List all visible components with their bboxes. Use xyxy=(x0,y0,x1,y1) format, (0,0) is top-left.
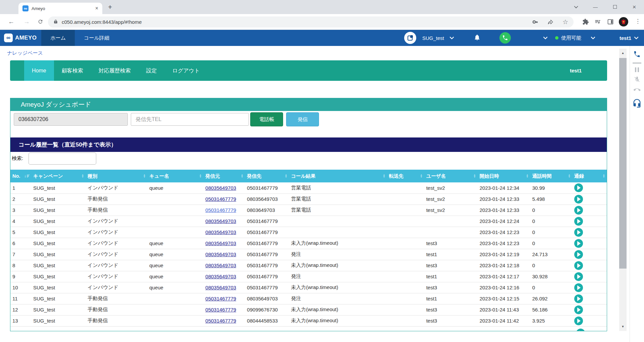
play-recording-button[interactable] xyxy=(574,294,583,303)
play-recording-button[interactable] xyxy=(574,228,583,237)
mute-microphone-icon[interactable] xyxy=(634,76,640,82)
sort-icon[interactable]: ↓ xyxy=(24,174,30,178)
appnav-item-home[interactable]: Home xyxy=(24,60,54,81)
tab-search-chevron-icon[interactable] xyxy=(566,4,586,10)
appnav-item-ログアウト[interactable]: ログアウト xyxy=(165,60,208,81)
extensions-puzzle-icon[interactable] xyxy=(582,18,589,26)
bookmark-star-icon[interactable]: ☆ xyxy=(562,18,568,26)
play-recording-button[interactable] xyxy=(576,329,585,331)
window-minimize-button[interactable]: — xyxy=(586,4,605,10)
source-number-link[interactable]: 08035649703 xyxy=(205,251,236,257)
back-button[interactable]: ← xyxy=(8,18,14,25)
scrollbar-up-arrow-icon[interactable]: ▲ xyxy=(619,49,627,57)
column-header[interactable]: 通録▲▼ xyxy=(572,170,607,182)
window-maximize-button[interactable] xyxy=(605,4,625,10)
browser-tab[interactable]: ∞ Ameyo × xyxy=(18,3,102,14)
topnav-item[interactable]: コール詳細 xyxy=(75,30,118,46)
screen-share-icon[interactable] xyxy=(404,32,416,44)
column-header[interactable]: キュー名▲▼ xyxy=(147,170,203,182)
play-recording-button[interactable] xyxy=(574,250,583,259)
source-number-link[interactable]: 08035649703 xyxy=(205,285,236,290)
source-number-link[interactable]: 08035649703 xyxy=(205,185,236,191)
scrollbar-down-arrow-icon[interactable]: ▼ xyxy=(619,323,627,330)
play-recording-button[interactable] xyxy=(574,305,583,314)
column-header[interactable]: 開始日時▲▼ xyxy=(478,170,530,182)
topnav-item[interactable]: ホーム xyxy=(41,30,75,46)
side-panel-icon[interactable] xyxy=(607,18,614,26)
destination-tel-field[interactable] xyxy=(131,113,249,126)
source-number-link[interactable]: 08035649703 xyxy=(205,263,236,268)
source-number-link[interactable]: 05031467779 xyxy=(205,296,236,301)
sort-icon[interactable]: ▲▼ xyxy=(383,174,385,178)
status-chevron-icon[interactable] xyxy=(591,37,595,40)
sort-icon[interactable]: ▲▼ xyxy=(526,174,528,178)
appnav-item-顧客検索[interactable]: 顧客検索 xyxy=(54,60,91,81)
address-bar[interactable]: c050.ameyoj.com:8443/app/#!home ☆ xyxy=(48,16,574,27)
appnav-item-設定[interactable]: 設定 xyxy=(139,60,165,81)
sort-icon[interactable]: ▲▼ xyxy=(568,174,570,178)
play-recording-button[interactable] xyxy=(574,217,583,226)
dial-button[interactable]: 発信 xyxy=(286,112,319,126)
sort-icon[interactable]: ▲▼ xyxy=(420,174,422,178)
source-number-link[interactable]: 08035649703 xyxy=(205,240,236,246)
play-recording-button[interactable] xyxy=(574,206,583,215)
playlist-extension-icon[interactable] xyxy=(594,18,601,26)
lock-icon[interactable] xyxy=(53,19,58,25)
play-recording-button[interactable] xyxy=(574,239,583,248)
sort-icon[interactable]: ▲▼ xyxy=(143,174,146,178)
source-number-link[interactable]: 05031467779 xyxy=(205,318,236,324)
hangup-phone-icon[interactable] xyxy=(632,85,642,95)
pause-call-icon[interactable] xyxy=(635,67,639,72)
source-number-link[interactable]: 05031467779 xyxy=(205,307,236,312)
scrollbar-thumb[interactable] xyxy=(619,58,627,269)
play-recording-button[interactable] xyxy=(574,272,583,281)
column-header[interactable]: 種別▲▼ xyxy=(86,170,147,182)
password-key-icon[interactable] xyxy=(532,19,539,25)
browser-menu-icon[interactable]: ⋮ xyxy=(635,18,641,25)
headset-icon[interactable] xyxy=(632,99,642,108)
source-number-link[interactable]: 05031467779 xyxy=(205,196,236,202)
play-recording-button[interactable] xyxy=(574,183,583,192)
source-number-link[interactable]: 08035649703 xyxy=(205,274,236,279)
call-phone-icon[interactable] xyxy=(499,32,511,44)
source-number-link[interactable]: 08035649703 xyxy=(205,218,236,224)
column-header[interactable]: 発信元▲▼ xyxy=(203,170,245,182)
own-number-field[interactable] xyxy=(14,113,128,126)
column-header[interactable]: No.↓ xyxy=(10,170,31,182)
sort-icon[interactable]: ▲▼ xyxy=(199,174,202,178)
refresh-button[interactable] xyxy=(38,19,43,26)
knowledge-base-link[interactable]: ナレッジベース xyxy=(7,50,43,56)
play-recording-button[interactable] xyxy=(574,317,583,325)
sort-icon[interactable]: ▲▼ xyxy=(241,174,243,178)
sort-icon[interactable]: ▲▼ xyxy=(285,174,287,178)
sort-icon[interactable]: ▲▼ xyxy=(473,174,476,178)
source-number-link[interactable]: 08035649703 xyxy=(205,229,236,235)
column-header[interactable]: コール結果▲▼ xyxy=(289,170,387,182)
source-number-link[interactable]: 05031467779 xyxy=(205,207,236,213)
campaign-chevron-icon[interactable] xyxy=(449,37,454,40)
profile-avatar[interactable] xyxy=(619,17,628,26)
notifications-bell-icon[interactable] xyxy=(474,34,481,42)
share-icon[interactable] xyxy=(547,19,554,25)
column-header[interactable]: 転送先▲▼ xyxy=(387,170,424,182)
sort-icon[interactable]: ▲▼ xyxy=(603,174,605,178)
new-tab-button[interactable]: + xyxy=(108,3,112,11)
column-header[interactable]: キャンペーン▲▼ xyxy=(31,170,86,182)
forward-button[interactable]: → xyxy=(23,18,30,25)
sort-icon[interactable]: ▲▼ xyxy=(82,174,84,178)
page-scrollbar[interactable]: ▲ ▼ xyxy=(619,49,627,331)
search-input[interactable] xyxy=(29,153,96,165)
play-recording-button[interactable] xyxy=(574,261,583,270)
user-menu-chevron-icon[interactable] xyxy=(634,37,639,40)
call-options-chevron-icon[interactable] xyxy=(543,37,548,40)
phonebook-button[interactable]: 電話帳 xyxy=(250,112,283,126)
phone-icon[interactable] xyxy=(633,51,641,58)
appnav-item-対応履歴検索[interactable]: 対応履歴検索 xyxy=(91,60,139,81)
column-header[interactable]: 発信先▲▼ xyxy=(245,170,289,182)
column-header[interactable]: 通話時間▲▼ xyxy=(530,170,572,182)
column-header[interactable]: ユーザ名▲▼ xyxy=(424,170,478,182)
window-close-button[interactable]: × xyxy=(625,4,644,11)
play-recording-button[interactable] xyxy=(574,283,583,292)
play-recording-button[interactable] xyxy=(574,195,583,204)
tab-close-icon[interactable]: × xyxy=(95,5,98,11)
